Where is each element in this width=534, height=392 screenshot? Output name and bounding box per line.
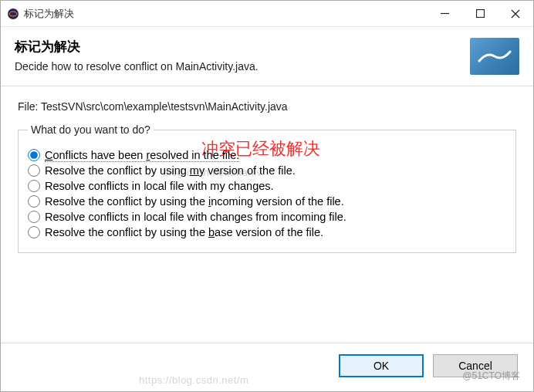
group-label: What do you want to do? [28, 123, 154, 136]
tag-label: @51CTO博客 [462, 370, 520, 383]
header-area: 标记为解决 Decide how to resolve conflict on … [1, 27, 533, 86]
svg-rect-3 [476, 10, 484, 18]
minimize-button[interactable] [427, 1, 462, 26]
content-area: File: TestSVN\src\com\example\testsvn\Ma… [1, 86, 533, 343]
option-use-my-version[interactable]: Resolve the conflict by using my version… [28, 164, 506, 177]
radio-base[interactable] [28, 226, 40, 238]
header-title: 标记为解决 [15, 38, 470, 56]
radio-resolved[interactable] [28, 149, 40, 161]
ok-button[interactable]: OK [339, 354, 424, 377]
radio-my-version[interactable] [28, 164, 40, 177]
file-path-label: File: TestSVN\src\com\example\testsvn\Ma… [18, 100, 516, 113]
option-local-incoming-changes[interactable]: Resolve conflicts in local file with cha… [28, 211, 506, 223]
window-controls [427, 1, 533, 26]
option-resolved[interactable]: Conflicts have been resolved in the file… [28, 149, 506, 161]
button-row: OK Cancel [1, 343, 533, 391]
option-use-base[interactable]: Resolve the conflict by using the base v… [28, 226, 506, 238]
svn-logo-icon [470, 38, 519, 75]
radio-incoming[interactable] [28, 195, 40, 208]
close-button[interactable] [498, 1, 533, 26]
maximize-button[interactable] [462, 1, 498, 26]
option-local-my-changes[interactable]: Resolve conflicts in local file with my … [28, 180, 506, 192]
header-subtitle: Decide how to resolve conflict on MainAc… [15, 60, 470, 73]
titlebar: 标记为解决 [1, 1, 533, 27]
dialog-window: 标记为解决 标记为解决 Decide how to resolve confli… [0, 0, 534, 392]
option-use-incoming[interactable]: Resolve the conflict by using the incomi… [28, 195, 506, 208]
titlebar-title: 标记为解决 [24, 7, 427, 21]
eclipse-icon [7, 8, 19, 20]
radio-local-my[interactable] [28, 180, 40, 192]
radio-local-incoming[interactable] [28, 211, 40, 223]
options-group: What do you want to do? Conflicts have b… [18, 130, 516, 253]
